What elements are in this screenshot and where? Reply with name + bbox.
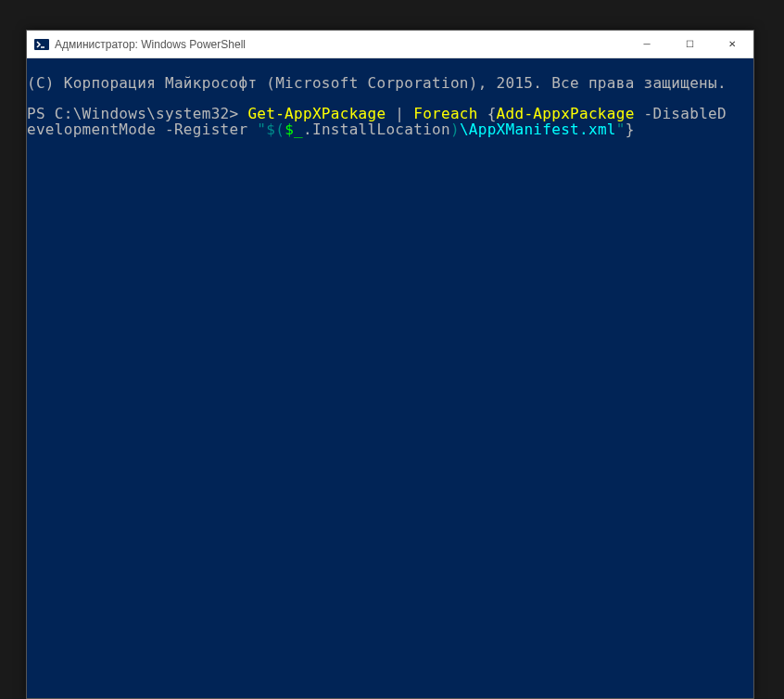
window-title: Администратор: Windows PowerShell [55,38,626,51]
close-button[interactable]: ✕ [711,31,753,57]
cmd-string-close: " [616,121,626,138]
minimize-button[interactable]: ─ [626,31,668,57]
cmd-string-open: "$( [257,121,285,138]
cmd-param-register: evelopmentMode -Register [27,121,257,138]
cmd-brace-close: } [626,121,635,138]
cmd-manifest-path: \AppXManifest.xml [460,121,616,138]
cmd-dollar-underscore: $_ [285,121,303,138]
powershell-icon [34,37,49,52]
svg-rect-0 [34,39,49,50]
cmd-param-disable: -DisableD [635,105,727,122]
command-line-2: evelopmentMode -Register "$($_.InstallLo… [27,121,635,138]
powershell-window: Администратор: Windows PowerShell ─ ☐ ✕ … [26,30,754,699]
cmd-paren-close: ) [450,121,460,138]
terminal-output[interactable]: (C) Корпорация Майкрософт (Microsoft Cor… [27,58,753,156]
titlebar[interactable]: Администратор: Windows PowerShell ─ ☐ ✕ [27,31,753,58]
window-controls: ─ ☐ ✕ [626,31,753,57]
cmd-install-location: .InstallLocation [303,121,450,138]
maximize-button[interactable]: ☐ [668,31,711,57]
copyright-line: (C) Корпорация Майкрософт (Microsoft Cor… [27,74,727,92]
